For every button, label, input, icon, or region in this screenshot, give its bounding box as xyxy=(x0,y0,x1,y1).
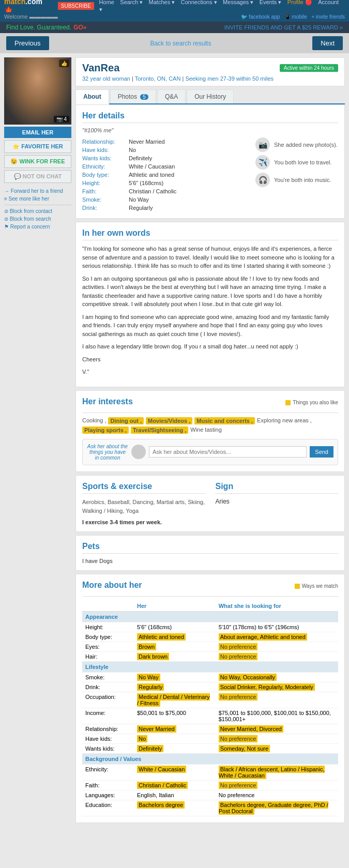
block-search-link[interactable]: ⊘ Block from search xyxy=(4,215,71,223)
profile-header: VanRea Active within 24 hours 32 year ol… xyxy=(75,57,345,86)
tab-about[interactable]: About xyxy=(75,89,109,104)
distance-label: within 50 miles xyxy=(236,75,274,82)
ask-input[interactable] xyxy=(149,446,307,458)
ways-dot xyxy=(295,584,300,589)
details-left: Relationship: Never Married Have kids: N… xyxy=(82,138,249,212)
profile-content: VanRea Active within 24 hours 32 year ol… xyxy=(75,57,345,826)
interests-legend: Things you also like xyxy=(285,400,338,405)
category-lifestyle: Lifestyle xyxy=(82,661,338,672)
interest-travel: Travel/Sightseeing , xyxy=(131,427,188,434)
ask-avatar xyxy=(131,445,146,459)
email-her-button[interactable]: EMAIL HER xyxy=(4,127,71,138)
bio-para-4: I also have a legendary little brown dog… xyxy=(82,342,338,351)
table-row: Body type: Athletic and toned About aver… xyxy=(82,632,338,642)
detail-body-type: Body type: Athletic and toned xyxy=(82,171,249,179)
tab-our-history[interactable]: Our History xyxy=(187,89,234,103)
pets-section: Pets I have Dogs xyxy=(75,535,345,571)
interests-list: Cooking , Dining out , Movies/Videos , M… xyxy=(82,417,338,434)
bio-para-6: V." xyxy=(82,368,338,376)
interest-music: Music and concerts , xyxy=(194,417,255,424)
main-content: 👍 📷 4 EMAIL HER ⭐ FAVORITE HER 😉 WINK FO… xyxy=(0,53,349,830)
favorite-her-button[interactable]: ⭐ FAVORITE HER xyxy=(4,140,71,153)
her-details-section: Her details "#100% me" Relationship: Nev… xyxy=(75,104,345,219)
back-to-results-link[interactable]: Back to search results xyxy=(150,40,211,47)
in-her-words-title: In her own words xyxy=(82,229,338,240)
forward-link[interactable]: → Forward her to a friend xyxy=(4,187,71,195)
bio-para-5: Cheers xyxy=(82,355,338,364)
nav-connections[interactable]: Connections ▾ xyxy=(181,0,217,5)
nav-matches[interactable]: Matches ▾ xyxy=(149,0,175,5)
table-row: Height: 5'6" (168cms) 5'10" (178cms) to … xyxy=(82,622,338,632)
sidebar-separator xyxy=(4,205,71,205)
activity-photos: 📷 She added new photo(s). xyxy=(255,138,338,152)
invite-link[interactable]: + invite friends xyxy=(311,14,345,20)
go-button[interactable]: GO» xyxy=(73,24,86,31)
tab-photos[interactable]: Photos 5 xyxy=(110,89,156,103)
pets-text: I have Dogs xyxy=(82,558,338,564)
nav-messages[interactable]: Messages ▾ xyxy=(223,0,253,5)
sign-title: Sign xyxy=(216,482,339,494)
sports-sign-cols: Sports & exercise Aerobics, Baseball, Da… xyxy=(82,482,338,525)
in-her-words-section: In her own words "I'm looking for someon… xyxy=(75,222,345,387)
detail-height: Height: 5'6" (168cms) xyxy=(82,179,249,187)
reward-text[interactable]: INVITE FRIENDS AND GET A $25 REWARD » xyxy=(224,24,343,31)
activity-music: 🎧 You're both into music. xyxy=(255,173,338,187)
profile-age: 32 year old woman xyxy=(82,75,130,82)
sidebar: 👍 📷 4 EMAIL HER ⭐ FAVORITE HER 😉 WINK FO… xyxy=(4,57,71,826)
pets-title: Pets xyxy=(82,542,338,554)
navigation-row: Previous Back to search results Next xyxy=(0,33,349,53)
ways-match: Ways we match xyxy=(295,583,338,589)
previous-button[interactable]: Previous xyxy=(6,36,49,50)
mobile-link[interactable]: 📱 mobile xyxy=(284,14,307,20)
table-row: Occupation: Medical / Dental / Veterinar… xyxy=(82,692,338,708)
table-row: Ethnicity: White / Caucasian Black / Afr… xyxy=(82,764,338,780)
welcome-text: Welcome ▬▬▬▬▬ xyxy=(4,13,58,20)
detail-ethnicity: Ethnicity: White / Caucasian xyxy=(82,162,249,171)
nav-home[interactable]: Home xyxy=(99,0,114,5)
report-link[interactable]: ⚑ Report a concern xyxy=(4,223,71,231)
profile-photo: 👍 📷 4 xyxy=(4,57,71,125)
table-row: Relationship: Never Married Never Marrie… xyxy=(82,724,338,734)
header: match.com 🍁 SUBSCRIBE Home Search ▾ Matc… xyxy=(0,0,349,11)
her-details-subtitle: "#100% me" xyxy=(82,127,338,133)
seeking-label: Seeking xyxy=(185,75,206,82)
col-header-her: Her xyxy=(134,601,216,612)
activity-travel: ✈️ You both love to travel. xyxy=(255,155,338,170)
detail-relationship: Relationship: Never Married xyxy=(82,138,249,146)
interest-cooking: Cooking , xyxy=(82,417,106,424)
ask-input-row: Ask her about the things you have in com… xyxy=(82,439,338,465)
nav-profile[interactable]: Profile 🔴 xyxy=(287,0,312,5)
facebook-link[interactable]: 🐦 facebook app xyxy=(241,14,280,20)
interest-exploring: Exploring new areas , xyxy=(257,417,312,424)
col-header-looking: What she is looking for xyxy=(216,601,338,612)
profile-details: 32 year old woman | Toronto, ON, CAN | S… xyxy=(82,75,338,82)
legend-dot xyxy=(285,400,291,405)
sports-col: Sports & exercise Aerobics, Baseball, Da… xyxy=(82,482,205,525)
ask-send-button[interactable]: Send xyxy=(310,446,333,458)
detail-smoke: Smoke: No Way xyxy=(82,195,249,204)
chat-button[interactable]: 💬 NOT ON CHAT xyxy=(4,170,71,183)
tab-qa[interactable]: Q&A xyxy=(157,89,186,103)
like-icon[interactable]: 👍 xyxy=(59,59,69,67)
table-row: Drink: Regularly Social Drinker, Regular… xyxy=(82,682,338,692)
travel-icon: ✈️ xyxy=(255,155,270,170)
table-row: Smoke: No Way No Way, Occasionally xyxy=(82,672,338,682)
photo-count: 📷 4 xyxy=(54,116,69,123)
table-row: Hair: Dark brown No preference xyxy=(82,651,338,661)
nav-search[interactable]: Search ▾ xyxy=(120,0,143,5)
main-nav: Home Search ▾ Matches ▾ Connections ▾ Me… xyxy=(99,0,345,13)
wink-button[interactable]: 😉 WINK FOR FREE xyxy=(4,155,71,168)
match-table: Her What she is looking for Appearance H… xyxy=(82,601,338,816)
interests-header: Her interests Things you also like xyxy=(82,397,338,408)
photos-icon: 📷 xyxy=(255,138,270,152)
detail-wants-kids: Wants kids: Definitely xyxy=(82,154,249,162)
block-contact-link[interactable]: ⊘ Block from contact xyxy=(4,207,71,215)
next-button[interactable]: Next xyxy=(312,36,343,50)
subscribe-button[interactable]: SUBSCRIBE xyxy=(58,2,94,10)
bio-para-3: I am hoping to find someone who can appr… xyxy=(82,313,338,339)
category-background: Background / Values xyxy=(82,753,338,764)
table-row: Education: Bachelors degree Bachelors de… xyxy=(82,800,338,816)
see-more-link[interactable]: ≡ See more like her xyxy=(4,195,71,203)
detail-drink: Drink: Regularly xyxy=(82,204,249,212)
nav-events[interactable]: Events ▾ xyxy=(260,0,282,5)
